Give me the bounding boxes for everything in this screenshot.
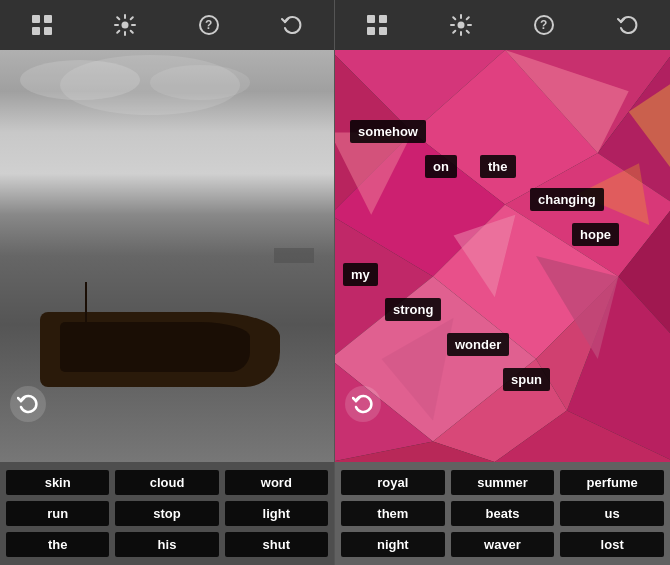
help-icon-right[interactable]: ? bbox=[530, 11, 558, 39]
tray-word-night[interactable]: night bbox=[341, 532, 445, 557]
tray-word-run[interactable]: run bbox=[6, 501, 109, 526]
gear-icon-left[interactable] bbox=[111, 11, 139, 39]
svg-rect-0 bbox=[32, 15, 40, 23]
right-toolbar: ? bbox=[335, 0, 670, 50]
svg-rect-7 bbox=[367, 15, 375, 23]
tray-word-waver[interactable]: waver bbox=[451, 532, 555, 557]
left-image-area[interactable] bbox=[0, 50, 334, 462]
left-panel: ? bbox=[0, 0, 335, 565]
left-toolbar: ? bbox=[0, 0, 334, 50]
svg-rect-9 bbox=[367, 27, 375, 35]
floating-word-somehow[interactable]: somehow bbox=[350, 120, 426, 143]
tray-word-beats[interactable]: beats bbox=[451, 501, 555, 526]
floating-word-spun[interactable]: spun bbox=[503, 368, 550, 391]
svg-text:?: ? bbox=[540, 18, 547, 32]
svg-rect-10 bbox=[379, 27, 387, 35]
left-word-tray: skin cloud word run stop light the his s… bbox=[0, 462, 334, 565]
tray-word-summer[interactable]: summer bbox=[451, 470, 555, 495]
tray-word-perfume[interactable]: perfume bbox=[560, 470, 664, 495]
tray-word-word[interactable]: word bbox=[225, 470, 328, 495]
tray-word-skin[interactable]: skin bbox=[6, 470, 109, 495]
tray-word-us[interactable]: us bbox=[560, 501, 664, 526]
right-word-tray: royal summer perfume them beats us night… bbox=[335, 462, 670, 565]
floating-word-the[interactable]: the bbox=[480, 155, 516, 178]
tray-word-royal[interactable]: royal bbox=[341, 470, 445, 495]
grid-icon-right[interactable] bbox=[363, 11, 391, 39]
help-icon-left[interactable]: ? bbox=[195, 11, 223, 39]
undo-icon-left[interactable] bbox=[278, 11, 306, 39]
tray-word-stop[interactable]: stop bbox=[115, 501, 218, 526]
floating-word-wonder[interactable]: wonder bbox=[447, 333, 509, 356]
polygon-background bbox=[335, 50, 670, 462]
floating-word-my[interactable]: my bbox=[343, 263, 378, 286]
svg-rect-1 bbox=[44, 15, 52, 23]
svg-text:?: ? bbox=[205, 18, 212, 32]
refresh-button-right[interactable] bbox=[345, 386, 381, 422]
gear-icon-right[interactable] bbox=[447, 11, 475, 39]
floating-word-on[interactable]: on bbox=[425, 155, 457, 178]
tray-word-the-left[interactable]: the bbox=[6, 532, 109, 557]
tray-word-them[interactable]: them bbox=[341, 501, 445, 526]
right-panel: ? bbox=[335, 0, 670, 565]
tray-word-light[interactable]: light bbox=[225, 501, 328, 526]
floating-word-changing[interactable]: changing bbox=[530, 188, 604, 211]
svg-point-4 bbox=[122, 22, 129, 29]
undo-icon-right[interactable] bbox=[614, 11, 642, 39]
svg-point-11 bbox=[457, 22, 464, 29]
tray-word-lost[interactable]: lost bbox=[560, 532, 664, 557]
right-image-area[interactable]: somehow on the changing hope my strong w… bbox=[335, 50, 670, 462]
floating-word-strong[interactable]: strong bbox=[385, 298, 441, 321]
tray-word-shut[interactable]: shut bbox=[225, 532, 328, 557]
tray-word-his[interactable]: his bbox=[115, 532, 218, 557]
refresh-button-left[interactable] bbox=[10, 386, 46, 422]
svg-rect-3 bbox=[44, 27, 52, 35]
floating-word-hope[interactable]: hope bbox=[572, 223, 619, 246]
grid-icon-left[interactable] bbox=[28, 11, 56, 39]
svg-rect-2 bbox=[32, 27, 40, 35]
svg-rect-8 bbox=[379, 15, 387, 23]
tray-word-cloud[interactable]: cloud bbox=[115, 470, 218, 495]
bw-photo bbox=[0, 50, 334, 462]
